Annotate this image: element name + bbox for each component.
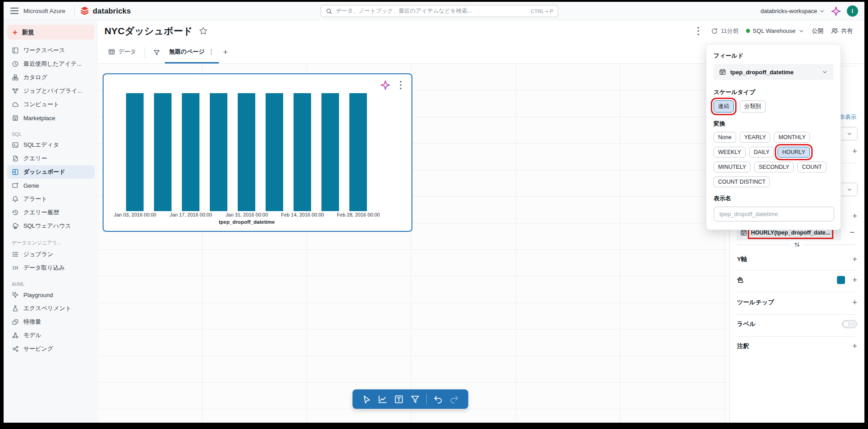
sidebar-section-header: SQL	[7, 131, 95, 137]
display-name-label: 表示名	[714, 194, 833, 203]
publish-button[interactable]: 公開	[812, 27, 823, 35]
undo-icon[interactable]	[433, 394, 443, 404]
sidebar-item-network[interactable]: モデル	[7, 329, 95, 342]
sidebar-item-joblist[interactable]: ジョブラン	[7, 248, 95, 261]
last-refresh-time: 11分前	[721, 27, 739, 35]
sidebar-item-ingest[interactable]: データ取り込み	[7, 261, 95, 275]
color-swatch[interactable]	[837, 276, 845, 284]
avatar[interactable]: I	[847, 5, 858, 17]
tab-kebab-icon[interactable]	[208, 49, 214, 55]
refresh-status[interactable]: 11分前	[711, 27, 739, 35]
tab-untitled-page[interactable]: 無題のページ	[165, 41, 219, 63]
hamburger-menu-icon[interactable]	[9, 5, 20, 16]
header-kebab-icon[interactable]	[693, 26, 704, 36]
x-tick-label: Jan 17, 2016 00:00	[170, 212, 212, 217]
sidebar-item-label: エクスペリメント	[23, 304, 71, 312]
sidebar-item-flask[interactable]: エクスペリメント	[7, 302, 95, 315]
transform-option-count[interactable]: COUNT	[797, 162, 826, 172]
bar	[182, 93, 199, 211]
share-button[interactable]: 共有	[831, 27, 853, 35]
new-button[interactable]: + 新規	[7, 25, 95, 40]
add-page-button[interactable]: +	[219, 41, 233, 63]
add-visualization-tool-icon[interactable]	[378, 394, 388, 404]
add-icon[interactable]: +	[852, 147, 857, 155]
dashboard-canvas[interactable]: Jan 03, 2016 00:00Jan 17, 2016 00:00Jan …	[98, 64, 729, 423]
display-name-input[interactable]	[714, 207, 834, 221]
transform-option-secondly[interactable]: SECONDLY	[754, 162, 794, 172]
hide-link[interactable]: 非表示	[840, 113, 857, 121]
sidebar-item-workspace[interactable]: ワークスペース	[7, 44, 95, 57]
sidebar-item-serving[interactable]: サービング	[7, 342, 95, 356]
sidebar-item-bell[interactable]: アラート	[7, 192, 95, 206]
label-toggle[interactable]	[842, 320, 857, 328]
swap-axes-icon[interactable]	[794, 241, 800, 248]
transform-option-monthly[interactable]: MONTHLY	[774, 132, 810, 143]
sidebar-item-sparkle-gray[interactable]: Playground	[7, 288, 95, 302]
widget-assistant-sparkle-icon[interactable]	[380, 80, 391, 90]
sidebar-item-label: サービング	[23, 345, 53, 353]
transform-label: 変換	[714, 120, 833, 128]
tab-data[interactable]: データ	[104, 41, 141, 63]
sidebar-item-pipelines[interactable]: ジョブとパイプライ...	[7, 84, 95, 98]
scale-option-連続[interactable]: 連続	[714, 100, 734, 113]
transform-option-yearly[interactable]: YEARLY	[740, 132, 770, 143]
panel-divider	[737, 292, 857, 292]
sidebar-item-warehouse[interactable]: SQLウェアハウス	[7, 219, 95, 233]
workspace-switcher[interactable]: databricks-workspace	[760, 8, 825, 14]
genie-icon	[12, 182, 19, 189]
add-tooltip-icon[interactable]: +	[852, 298, 857, 307]
select-cursor-tool-icon[interactable]	[362, 394, 371, 404]
transform-option-weekly[interactable]: WEEKLY	[714, 147, 746, 158]
add-y-axis-icon[interactable]: +	[852, 255, 857, 263]
sidebar-item-clock[interactable]: 最近使用したアイテ...	[7, 57, 95, 71]
sidebar-item-doc[interactable]: クエリー	[7, 152, 95, 165]
sidebar-item-store[interactable]: Marketplace	[7, 111, 95, 125]
bar	[126, 93, 144, 211]
transform-option-none[interactable]: None	[714, 132, 736, 143]
add-icon[interactable]: +	[852, 212, 857, 220]
pipelines-icon	[12, 87, 19, 95]
sidebar-item-cloud[interactable]: コンピュート	[7, 98, 95, 111]
field-select[interactable]: tpep_dropoff_datetime	[714, 64, 833, 80]
assistant-sparkle-icon[interactable]	[831, 6, 841, 17]
y-axis-label: Y軸	[737, 255, 747, 263]
transform-option-hourly[interactable]: HOURLY	[778, 147, 809, 158]
add-filter-tool-icon[interactable]	[410, 394, 420, 404]
transform-option-daily[interactable]: DAILY	[749, 147, 774, 158]
sidebar-item-dashboards[interactable]: ダッシュボード	[7, 165, 95, 179]
transform-option-minutely[interactable]: MINUTELY	[714, 162, 750, 172]
bar-series	[126, 93, 367, 211]
cloud-icon	[12, 101, 19, 108]
sidebar-item-genie[interactable]: Genie	[7, 179, 95, 192]
redo-icon[interactable]	[449, 394, 459, 404]
remove-field-icon[interactable]: −	[850, 228, 854, 236]
bar	[349, 93, 367, 211]
add-color-icon[interactable]: +	[852, 275, 857, 284]
sidebar-item-label: SQLウェアハウス	[23, 222, 71, 230]
global-search-input[interactable]: データ、ノートブック、最近のアイテムなどを検索... CTRL + P	[321, 5, 558, 17]
serving-icon	[12, 345, 19, 352]
add-textbox-tool-icon[interactable]	[394, 394, 404, 404]
databricks-logo[interactable]: databricks	[79, 5, 131, 16]
field-select-value: tpep_dropoff_datetime	[730, 69, 818, 76]
panel-divider	[737, 314, 857, 315]
history-icon	[12, 209, 19, 216]
sidebar-item-sqleditor[interactable]: SQLエディタ	[7, 138, 95, 152]
sidebar-item-history[interactable]: クエリー履歴	[7, 206, 95, 219]
filters-tab-button[interactable]	[149, 41, 165, 63]
tooltip-label: ツールチップ	[737, 298, 774, 307]
sidebar-item-label: Genie	[23, 182, 39, 189]
warehouse-selector[interactable]: SQL Warehouse	[746, 27, 805, 34]
network-icon	[12, 332, 19, 339]
sidebar-item-catalog[interactable]: カタログ	[7, 71, 95, 84]
bar-chart-widget[interactable]: Jan 03, 2016 00:00Jan 17, 2016 00:00Jan …	[103, 73, 412, 232]
sidebar-item-squares[interactable]: 特徴量	[7, 315, 95, 329]
clock-icon	[12, 60, 19, 68]
add-annotation-icon[interactable]: +	[852, 342, 857, 350]
sidebar-item-label: クエリー	[23, 154, 47, 163]
widget-kebab-icon[interactable]	[395, 80, 406, 90]
favorite-star-icon[interactable]	[199, 27, 208, 35]
scale-option-分類別[interactable]: 分類別	[740, 100, 766, 113]
chevron-down-icon	[846, 186, 853, 193]
transform-option-count-distinct[interactable]: COUNT DISTINCT	[714, 176, 770, 187]
